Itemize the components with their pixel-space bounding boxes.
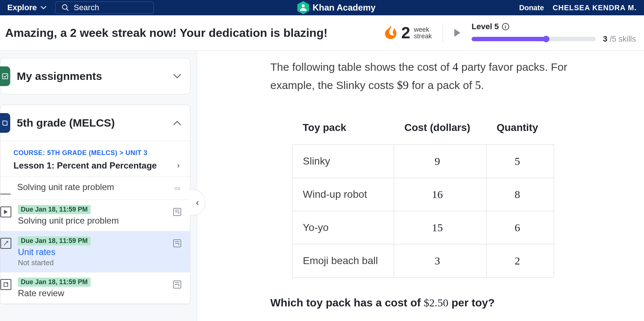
assignments-card[interactable]: My assignments — [0, 58, 190, 94]
prompt-n1: 4 — [453, 60, 458, 73]
svg-point-3 — [302, 4, 305, 7]
lesson-type-icon — [0, 183, 11, 194]
streak-message: Amazing, a 2 week streak now! Your dedic… — [5, 26, 328, 40]
lesson-header[interactable]: Lesson 1: Percent and Percentage › — [0, 159, 190, 177]
lesson-status: Not started — [18, 259, 167, 267]
streak-unit: week streak — [414, 26, 432, 39]
level-progress-bar — [472, 37, 596, 41]
question-b: per toy? — [449, 297, 495, 309]
table-row: Slinky95 — [293, 145, 554, 178]
course-card: 5th grade (MELCS) COURSE: 5TH GRADE (MEL… — [0, 105, 190, 304]
cell-qty: 2 — [486, 244, 554, 278]
col-header-cost: Cost (dollars) — [394, 116, 486, 145]
banner-right: 2 week streak Level 5 i 3 /5 skills — [385, 22, 636, 44]
lesson-name: Unit rates — [18, 247, 167, 257]
streak-unit-bottom: streak — [414, 33, 432, 39]
streak-number: 2 — [401, 25, 410, 41]
prompt-n3: 5 — [475, 78, 481, 92]
cell-qty: 8 — [486, 178, 554, 211]
level-progress-fill — [472, 37, 546, 41]
crumb-unit: UNIT 3 — [126, 149, 148, 156]
lesson-item[interactable]: Due Jan 18, 11:59 PMUnit ratesNot starte… — [0, 231, 190, 272]
assignments-icon — [0, 66, 10, 86]
streak-indicator: 2 week streak — [385, 25, 432, 41]
table-row: Yo-yo156 — [293, 211, 554, 244]
skills-done: 3 — [603, 34, 607, 43]
data-table: Toy pack Cost (dollars) Quantity Slinky9… — [292, 116, 554, 278]
lesson-name: Solving unit rate problem — [17, 182, 168, 192]
search-input[interactable]: Search — [55, 1, 154, 14]
cell-toy: Emoji beach ball — [293, 244, 394, 278]
question-price: $2.50 — [424, 297, 449, 309]
explore-menu[interactable]: Explore — [7, 3, 46, 12]
course-title: 5th grade (MELCS) — [17, 117, 167, 129]
donate-link[interactable]: Donate — [519, 4, 544, 12]
user-menu[interactable]: CHELSEA KENDRA M. — [553, 4, 637, 12]
skills-count: 3 /5 skills — [603, 34, 636, 44]
progress-icon — [173, 281, 181, 290]
lesson-item[interactable]: Due Jan 18, 11:59 PMSolving unit price p… — [0, 200, 190, 231]
problem-prompt: The following table shows the cost of 4 … — [270, 58, 599, 94]
crumb-course: COURSE: 5TH GRADE (MELCS) — [14, 149, 118, 156]
divider — [443, 24, 443, 42]
prompt-n2: $9 — [397, 78, 409, 92]
due-badge: Due Jan 18, 11:59 PM — [18, 278, 91, 287]
due-badge: Due Jan 18, 11:59 PM — [18, 205, 91, 214]
info-icon[interactable]: i — [502, 23, 509, 30]
explore-label: Explore — [7, 3, 37, 12]
khan-logo-icon — [297, 1, 309, 14]
cell-cost: 3 — [394, 244, 486, 278]
search-placeholder: Search — [74, 3, 99, 12]
main-layout: My assignments 5th grade (MELCS) COURSE:… — [0, 51, 644, 321]
svg-marker-2 — [297, 1, 309, 14]
crumb-sep: > — [119, 149, 123, 156]
lesson-title-text: Lesson 1: Percent and Percentage — [14, 160, 157, 171]
level-block: Level 5 i 3 /5 skills — [472, 22, 636, 44]
chevron-down-icon — [173, 74, 181, 79]
play-icon[interactable] — [454, 29, 461, 37]
svg-point-0 — [62, 5, 67, 9]
cell-qty: 5 — [486, 145, 554, 178]
progress-icon — [175, 185, 181, 192]
col-header-toy: Toy pack — [293, 116, 394, 145]
top-nav-left: Explore Search — [7, 1, 154, 14]
lesson-body: Solving unit rate problem — [17, 182, 168, 192]
chevron-right-icon: › — [177, 161, 180, 170]
lesson-body: Due Jan 18, 11:59 PMRate review — [18, 278, 167, 298]
svg-rect-5 — [175, 188, 180, 189]
brand-name: Khan Academy — [313, 3, 376, 13]
lesson-body: Due Jan 18, 11:59 PMSolving unit price p… — [18, 205, 167, 226]
cell-toy: Slinky — [293, 145, 394, 178]
streak-banner: Amazing, a 2 week streak now! Your dedic… — [0, 15, 644, 51]
lesson-body: Due Jan 18, 11:59 PMUnit ratesNot starte… — [18, 236, 167, 267]
top-nav: Explore Search Khan Academy Donate CHELS… — [0, 0, 644, 15]
col-header-qty: Quantity — [486, 116, 554, 145]
question-a: Which toy pack has a cost of — [270, 297, 424, 309]
level-progress-row: 3 /5 skills — [472, 34, 636, 44]
due-badge: Due Jan 18, 11:59 PM — [18, 236, 91, 245]
svg-rect-8 — [4, 283, 8, 287]
lesson-name: Rate review — [18, 288, 167, 298]
level-title: Level 5 i — [472, 22, 636, 31]
chevron-left-icon: ‹ — [196, 197, 199, 208]
cell-cost: 9 — [394, 145, 486, 178]
cell-qty: 6 — [486, 211, 554, 244]
search-icon — [61, 4, 69, 12]
cell-cost: 16 — [394, 178, 486, 211]
prompt-c: for a pack of — [409, 79, 475, 91]
table-row: Emoji beach ball32 — [293, 244, 554, 278]
lesson-list: Solving unit rate problemDue Jan 18, 11:… — [0, 177, 190, 304]
breadcrumb[interactable]: COURSE: 5TH GRADE (MELCS) > UNIT 3 — [0, 141, 190, 159]
course-icon — [0, 113, 10, 133]
data-table-wrap: Toy pack Cost (dollars) Quantity Slinky9… — [292, 116, 622, 278]
flame-icon — [385, 26, 397, 40]
course-header[interactable]: 5th grade (MELCS) — [0, 105, 190, 141]
level-label: Level 5 — [472, 22, 499, 31]
lesson-item[interactable]: Due Jan 18, 11:59 PMRate review — [0, 272, 190, 304]
assignments-title: My assignments — [17, 70, 167, 82]
brand-logo[interactable]: Khan Academy — [297, 1, 376, 14]
table-row: Wind-up robot168 — [293, 178, 554, 211]
cell-cost: 15 — [394, 211, 486, 244]
top-nav-right: Donate CHELSEA KENDRA M. — [519, 4, 637, 12]
lesson-item[interactable]: Solving unit rate problem — [0, 177, 190, 200]
